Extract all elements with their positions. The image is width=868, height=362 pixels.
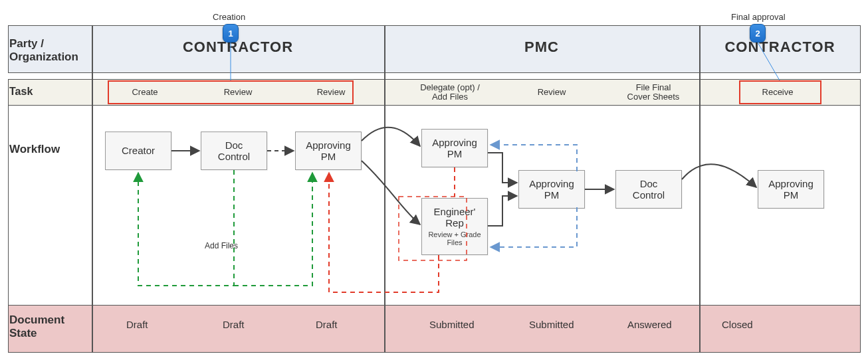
colsep-label-end [92,25,93,353]
annotation-final-approval: Final approval [731,12,786,22]
highlight-contractor-tasks [108,80,354,104]
badge-2: 2 [750,24,766,43]
row-task-label: Task [9,86,89,98]
diagram-root: Party / Organization Task Workflow Docum… [0,0,868,362]
task-file-final-l2: Cover Sheets [627,92,680,102]
row-docstate-label-l2: State [9,327,37,339]
node-engineer-rep-label: Engineer' Rep [434,206,476,229]
docstate-answered: Answered [627,319,672,330]
party-contractor-2: CONTRACTOR [699,39,861,56]
node-doc-control-2: Doc Control [615,170,682,209]
highlight-receive [739,80,821,104]
row-party-label-l2: Organization [9,50,78,63]
task-file-final-l1: File Final [636,83,671,92]
row-workflow-label: Workflow [9,143,89,156]
task-delegate: Delegate (opt) / Add Files [407,80,493,104]
task-delegate-l2: Add Files [432,92,468,102]
node-approving-pm-3: Approving PM [518,170,585,209]
docstate-draft-2: Draft [223,319,245,330]
row-party-label-l1: Party / [9,37,44,50]
task-file-final: File Final Cover Sheets [610,80,697,104]
node-engineer-rep-sub: Review + Grade Files [428,230,481,247]
badge-1: 1 [223,24,239,43]
docstate-draft-3: Draft [316,319,338,330]
docstate-submitted-2: Submitted [529,319,574,330]
node-approving-pm-1: Approving PM [295,132,362,170]
node-engineer-rep: Engineer' Rep Review + Grade Files [421,198,488,255]
node-approving-pm-4: Approving PM [758,170,824,209]
party-contractor-1: CONTRACTOR [92,39,384,56]
colsep-pmc-contractor2 [699,25,701,353]
docstate-draft-1: Draft [126,319,148,330]
node-creator-label: Creator [122,145,155,156]
node-approving-pm-2: Approving PM [421,129,488,167]
node-creator: Creator [105,132,171,170]
docstate-submitted-1: Submitted [429,319,475,330]
task-delegate-l1: Delegate (opt) / [420,83,480,92]
row-docstate-label: Document State [9,314,89,340]
party-pmc: PMC [384,39,699,56]
task-review-3: Review [512,80,592,104]
label-add-files: Add Files [205,241,238,250]
docstate-closed: Closed [722,319,753,330]
node-doc-control-1: Doc Control [201,132,267,170]
row-party-label: Party / Organization [9,37,89,64]
annotation-creation: Creation [213,12,245,22]
colsep-contractor-pmc [384,25,385,353]
row-docstate-label-l1: Document [9,314,64,326]
